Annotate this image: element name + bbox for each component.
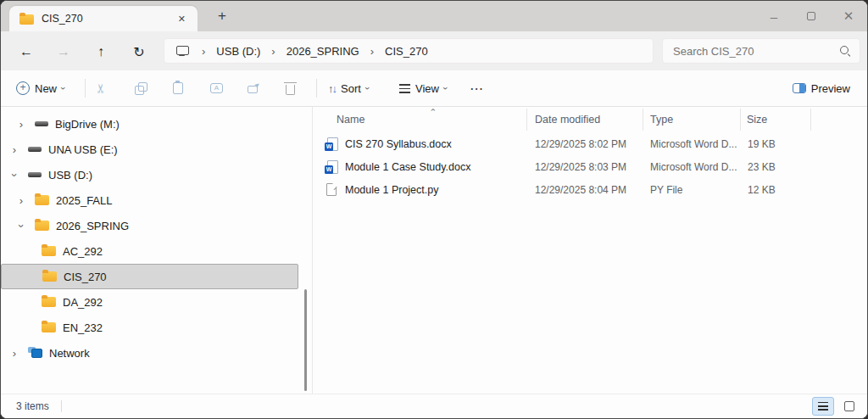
- sidebar-item-ac-292[interactable]: › AC_292: [1, 238, 312, 264]
- ellipsis-icon: ⋯: [470, 81, 484, 97]
- command-toolbar: + New › ✂ A ↑↓ Sort › View: [1, 70, 867, 107]
- rename-icon: A: [210, 83, 223, 93]
- folder-icon: [42, 297, 56, 307]
- sort-arrows-icon: ↑↓: [328, 82, 336, 95]
- folder-icon: [42, 246, 56, 256]
- search-input[interactable]: [673, 45, 839, 58]
- file-type: PY File: [650, 184, 748, 196]
- file-list-pane: › Name Date modified Type Size CIS 270 S…: [313, 107, 867, 394]
- column-header-type[interactable]: Type: [643, 109, 741, 131]
- file-name: Module 1 Case Study.docx: [345, 161, 470, 173]
- new-button[interactable]: + New ›: [16, 70, 65, 106]
- window-controls: – ✕: [755, 1, 867, 31]
- navigation-pane: › BigDrive (M:) › UNA USB (E:) › USB (D:…: [1, 107, 312, 394]
- view-button-label: View: [415, 82, 439, 95]
- more-options-button[interactable]: ⋯: [470, 70, 484, 106]
- chevron-right-icon[interactable]: ›: [14, 194, 28, 207]
- item-count: 3 items: [16, 400, 49, 412]
- file-size: 23 KB: [748, 161, 815, 173]
- close-button[interactable]: ✕: [830, 1, 867, 31]
- sidebar-item-2025-fall[interactable]: › 2025_FALL: [1, 187, 312, 213]
- word-document-icon: [325, 137, 338, 151]
- sidebar-item-label: CIS_270: [64, 271, 107, 283]
- file-row-module-1-project[interactable]: Module 1 Project.py 12/29/2025 8:04 PM P…: [313, 178, 867, 201]
- sidebar-item-da-292[interactable]: › DA_292: [1, 289, 312, 315]
- breadcrumb-cis-270[interactable]: CIS_270: [383, 45, 430, 58]
- chevron-down-icon: ›: [363, 87, 373, 90]
- sidebar-item-una-usb-e[interactable]: › UNA USB (E:): [1, 137, 312, 162]
- sidebar-item-network[interactable]: › Network: [1, 340, 312, 366]
- folder-icon: [19, 14, 34, 25]
- back-button[interactable]: ←: [16, 42, 36, 62]
- search-box[interactable]: [662, 38, 860, 64]
- new-button-label: New: [35, 82, 57, 95]
- large-icons-view-button[interactable]: [838, 397, 860, 416]
- minimize-button[interactable]: –: [755, 1, 793, 31]
- breadcrumb-chevron-icon: ›: [262, 45, 284, 58]
- sidebar-item-2026-spring[interactable]: › 2026_SPRING: [1, 213, 312, 238]
- paste-button: [173, 70, 183, 106]
- sidebar-item-label: AC_292: [63, 245, 103, 258]
- sidebar-item-label: 2026_SPRING: [56, 220, 129, 232]
- tab-close-icon[interactable]: ✕: [175, 12, 189, 26]
- tab-title: CIS_270: [42, 13, 175, 25]
- column-header-date-modified[interactable]: Date modified: [527, 109, 643, 131]
- file-date-modified: 12/29/2025 8:04 PM: [535, 184, 650, 196]
- column-header-size[interactable]: Size: [741, 109, 811, 131]
- sidebar-item-bigdrive-m[interactable]: › BigDrive (M:): [1, 111, 312, 137]
- details-view-button[interactable]: [812, 397, 834, 416]
- this-pc-icon[interactable]: [175, 45, 189, 57]
- cut-icon: ✂: [93, 83, 108, 94]
- network-icon: [28, 347, 42, 359]
- status-divider: [61, 400, 62, 412]
- breadcrumb-usb-d[interactable]: USB (D:): [214, 45, 262, 58]
- file-type: Microsoft Word D...: [650, 138, 748, 150]
- chevron-right-icon[interactable]: ›: [14, 118, 28, 131]
- sidebar-item-cis-270[interactable]: › CIS_270: [1, 264, 298, 289]
- maximize-button[interactable]: [793, 1, 830, 31]
- navigation-bar: ← → ↑ ↻ › USB (D:) › 2026_SPRING › CIS_2…: [1, 31, 867, 70]
- folder-icon: [35, 221, 49, 231]
- sort-button-label: Sort: [341, 82, 361, 95]
- chevron-right-icon[interactable]: ›: [8, 347, 21, 360]
- preview-button-label: Preview: [811, 82, 850, 95]
- status-bar: 3 items: [1, 394, 867, 418]
- breadcrumb-2026-spring[interactable]: 2026_SPRING: [285, 45, 361, 58]
- copy-button: [135, 70, 147, 106]
- chevron-down-icon: ›: [441, 87, 451, 90]
- column-header-name[interactable]: Name: [313, 109, 527, 131]
- preview-button[interactable]: Preview: [793, 70, 850, 106]
- chevron-down-icon[interactable]: ›: [8, 168, 21, 182]
- large-icons-view-icon: [844, 401, 854, 411]
- file-explorer-window: CIS_270 ✕ + – ✕ ← → ↑ ↻ › USB (D:) › 202…: [0, 0, 868, 419]
- sidebar-item-label: USB (D:): [48, 169, 92, 182]
- explorer-tab[interactable]: CIS_270 ✕: [9, 6, 198, 31]
- drive-icon: [28, 147, 42, 152]
- sidebar-item-en-232[interactable]: › EN_232: [1, 315, 312, 340]
- new-tab-button[interactable]: +: [211, 5, 233, 27]
- file-row-module-1-case-study[interactable]: Module 1 Case Study.docx 12/29/2025 8:03…: [313, 155, 867, 178]
- breadcrumb-chevron-icon: ›: [192, 45, 214, 58]
- column-header-row: › Name Date modified Type Size: [313, 107, 867, 132]
- maximize-icon: [807, 12, 815, 20]
- paste-icon: [173, 82, 183, 94]
- delete-button: [286, 70, 295, 106]
- up-button[interactable]: ↑: [91, 42, 111, 62]
- address-bar[interactable]: › USB (D:) › 2026_SPRING › CIS_270: [164, 38, 654, 64]
- file-size: 12 KB: [748, 184, 815, 196]
- chevron-right-icon[interactable]: ›: [8, 143, 21, 156]
- cut-button: ✂: [96, 70, 107, 106]
- word-document-icon: [325, 160, 338, 174]
- refresh-button[interactable]: ↻: [129, 42, 149, 62]
- rename-button: A: [210, 70, 223, 106]
- file-row-cis-270-syllabus[interactable]: CIS 270 Syllabus.docx 12/29/2025 8:02 PM…: [313, 132, 867, 155]
- sidebar-item-usb-d[interactable]: › USB (D:): [1, 162, 312, 187]
- sidebar-item-label: EN_232: [63, 321, 103, 334]
- view-button[interactable]: View ›: [399, 70, 448, 106]
- generic-file-icon: [326, 183, 337, 196]
- sidebar-scrollbar[interactable]: [304, 289, 307, 391]
- chevron-down-icon[interactable]: ›: [15, 219, 28, 232]
- search-icon[interactable]: [839, 45, 851, 57]
- sort-button[interactable]: ↑↓ Sort ›: [328, 70, 370, 106]
- file-name: CIS 270 Syllabus.docx: [345, 138, 452, 150]
